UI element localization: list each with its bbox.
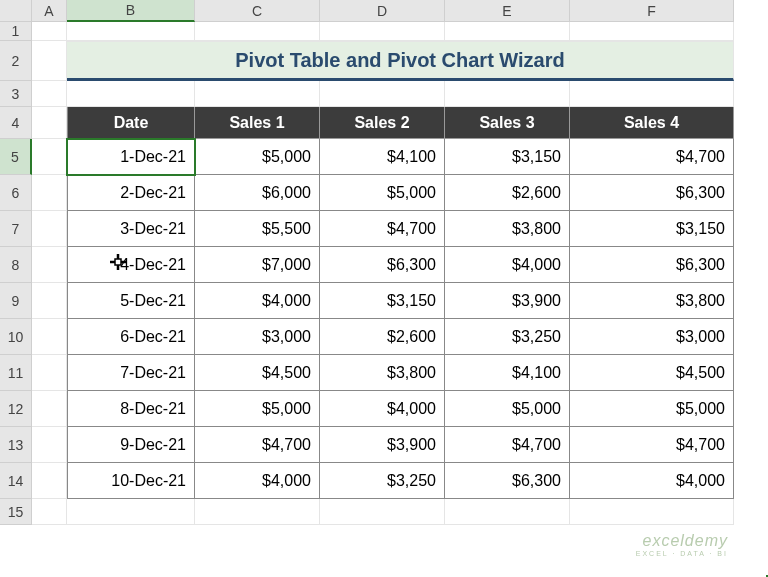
cell-D6[interactable]: $5,000 bbox=[320, 175, 445, 211]
cell-C12[interactable]: $5,000 bbox=[195, 391, 320, 427]
cell-D9[interactable]: $3,150 bbox=[320, 283, 445, 319]
cell-A3[interactable] bbox=[32, 81, 67, 107]
cell-C10[interactable]: $3,000 bbox=[195, 319, 320, 355]
cell-C13[interactable]: $4,700 bbox=[195, 427, 320, 463]
cell-B14[interactable]: 10-Dec-21 bbox=[67, 463, 195, 499]
th-sales1[interactable]: Sales 1 bbox=[195, 107, 320, 139]
cell-E6[interactable]: $2,600 bbox=[445, 175, 570, 211]
cell-E5[interactable]: $3,150 bbox=[445, 139, 570, 175]
cell-D1[interactable] bbox=[320, 22, 445, 41]
cell-D14[interactable]: $3,250 bbox=[320, 463, 445, 499]
cell-F6[interactable]: $6,300 bbox=[570, 175, 734, 211]
cell-D5[interactable]: $4,100 bbox=[320, 139, 445, 175]
row-header-13[interactable]: 13 bbox=[0, 427, 32, 463]
col-header-F[interactable]: F bbox=[570, 0, 734, 22]
cell-C14[interactable]: $4,000 bbox=[195, 463, 320, 499]
cell-F7[interactable]: $3,150 bbox=[570, 211, 734, 247]
cell-A15[interactable] bbox=[32, 499, 67, 525]
cell-F9[interactable]: $3,800 bbox=[570, 283, 734, 319]
cell-B11[interactable]: 7-Dec-21 bbox=[67, 355, 195, 391]
cell-C6[interactable]: $6,000 bbox=[195, 175, 320, 211]
cell-E7[interactable]: $3,800 bbox=[445, 211, 570, 247]
cell-A6[interactable] bbox=[32, 175, 67, 211]
row-header-5[interactable]: 5 bbox=[0, 139, 32, 175]
cell-E15[interactable] bbox=[445, 499, 570, 525]
cell-B1[interactable] bbox=[67, 22, 195, 41]
row-header-2[interactable]: 2 bbox=[0, 41, 32, 81]
cell-D11[interactable]: $3,800 bbox=[320, 355, 445, 391]
cell-F1[interactable] bbox=[570, 22, 734, 41]
select-all-corner[interactable] bbox=[0, 0, 32, 22]
cell-C1[interactable] bbox=[195, 22, 320, 41]
cell-A5[interactable] bbox=[32, 139, 67, 175]
cell-B5[interactable]: 1-Dec-21 bbox=[67, 139, 195, 175]
cell-B12[interactable]: 8-Dec-21 bbox=[67, 391, 195, 427]
cell-F12[interactable]: $5,000 bbox=[570, 391, 734, 427]
cell-F15[interactable] bbox=[570, 499, 734, 525]
row-header-7[interactable]: 7 bbox=[0, 211, 32, 247]
cell-D13[interactable]: $3,900 bbox=[320, 427, 445, 463]
cell-D15[interactable] bbox=[320, 499, 445, 525]
cell-E11[interactable]: $4,100 bbox=[445, 355, 570, 391]
cell-F5[interactable]: $4,700 bbox=[570, 139, 734, 175]
row-header-3[interactable]: 3 bbox=[0, 81, 32, 107]
cell-B10[interactable]: 6-Dec-21 bbox=[67, 319, 195, 355]
cell-D8[interactable]: $6,300 bbox=[320, 247, 445, 283]
row-header-12[interactable]: 12 bbox=[0, 391, 32, 427]
row-header-8[interactable]: 8 bbox=[0, 247, 32, 283]
cell-C7[interactable]: $5,500 bbox=[195, 211, 320, 247]
row-header-15[interactable]: 15 bbox=[0, 499, 32, 525]
cell-F3[interactable] bbox=[570, 81, 734, 107]
row-header-11[interactable]: 11 bbox=[0, 355, 32, 391]
cell-E13[interactable]: $4,700 bbox=[445, 427, 570, 463]
cell-A2[interactable] bbox=[32, 41, 67, 81]
cell-E14[interactable]: $6,300 bbox=[445, 463, 570, 499]
cell-C11[interactable]: $4,500 bbox=[195, 355, 320, 391]
row-header-10[interactable]: 10 bbox=[0, 319, 32, 355]
cell-F11[interactable]: $4,500 bbox=[570, 355, 734, 391]
cell-B7[interactable]: 3-Dec-21 bbox=[67, 211, 195, 247]
th-sales2[interactable]: Sales 2 bbox=[320, 107, 445, 139]
row-header-9[interactable]: 9 bbox=[0, 283, 32, 319]
col-header-A[interactable]: A bbox=[32, 0, 67, 22]
cell-B15[interactable] bbox=[67, 499, 195, 525]
cell-D7[interactable]: $4,700 bbox=[320, 211, 445, 247]
cell-A4[interactable] bbox=[32, 107, 67, 139]
cell-C5[interactable]: $5,000 bbox=[195, 139, 320, 175]
cell-B6[interactable]: 2-Dec-21 bbox=[67, 175, 195, 211]
cell-E12[interactable]: $5,000 bbox=[445, 391, 570, 427]
cell-B9[interactable]: 5-Dec-21 bbox=[67, 283, 195, 319]
cell-C9[interactable]: $4,000 bbox=[195, 283, 320, 319]
cell-C3[interactable] bbox=[195, 81, 320, 107]
row-header-14[interactable]: 14 bbox=[0, 463, 32, 499]
cell-F8[interactable]: $6,300 bbox=[570, 247, 734, 283]
cell-C8[interactable]: $7,000 bbox=[195, 247, 320, 283]
spreadsheet-grid[interactable]: A B C D E F 1 2 Pivot Table and Pivot Ch… bbox=[0, 0, 768, 525]
cell-A12[interactable] bbox=[32, 391, 67, 427]
col-header-C[interactable]: C bbox=[195, 0, 320, 22]
col-header-D[interactable]: D bbox=[320, 0, 445, 22]
cell-B13[interactable]: 9-Dec-21 bbox=[67, 427, 195, 463]
th-date[interactable]: Date bbox=[67, 107, 195, 139]
col-header-E[interactable]: E bbox=[445, 0, 570, 22]
row-header-1[interactable]: 1 bbox=[0, 22, 32, 41]
cell-A10[interactable] bbox=[32, 319, 67, 355]
row-header-6[interactable]: 6 bbox=[0, 175, 32, 211]
cell-A8[interactable] bbox=[32, 247, 67, 283]
cell-A14[interactable] bbox=[32, 463, 67, 499]
cell-B3[interactable] bbox=[67, 81, 195, 107]
cell-D3[interactable] bbox=[320, 81, 445, 107]
cell-D12[interactable]: $4,000 bbox=[320, 391, 445, 427]
cell-A11[interactable] bbox=[32, 355, 67, 391]
cell-A1[interactable] bbox=[32, 22, 67, 41]
cell-F10[interactable]: $3,000 bbox=[570, 319, 734, 355]
cell-A9[interactable] bbox=[32, 283, 67, 319]
cell-A7[interactable] bbox=[32, 211, 67, 247]
cell-E1[interactable] bbox=[445, 22, 570, 41]
cell-E3[interactable] bbox=[445, 81, 570, 107]
cell-A13[interactable] bbox=[32, 427, 67, 463]
cell-F14[interactable]: $4,000 bbox=[570, 463, 734, 499]
row-header-4[interactable]: 4 bbox=[0, 107, 32, 139]
col-header-B[interactable]: B bbox=[67, 0, 195, 22]
cell-E8[interactable]: $4,000 bbox=[445, 247, 570, 283]
